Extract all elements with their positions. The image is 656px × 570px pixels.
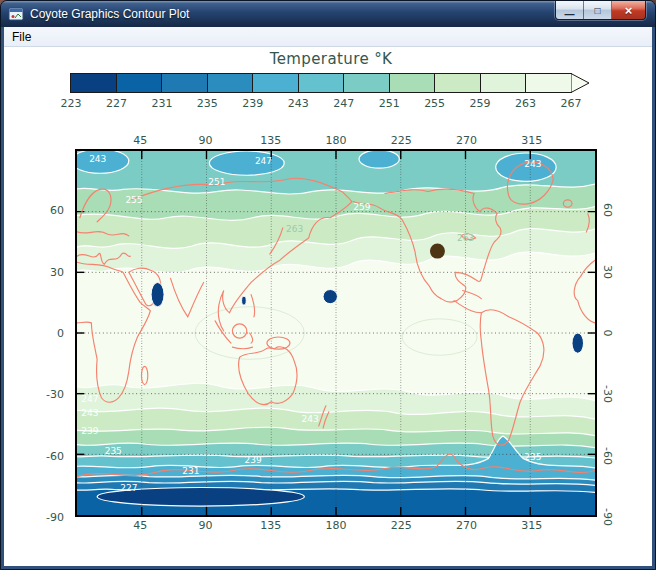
cold-spot <box>323 290 337 304</box>
colorbar-cell <box>253 74 299 92</box>
colorbar-cell <box>117 74 163 92</box>
antarctic-coldest-blob <box>97 487 304 506</box>
arctic-cold-patch <box>209 151 284 175</box>
colorbar-cell <box>71 74 117 92</box>
close-button[interactable]: × <box>612 1 645 19</box>
minimize-button[interactable]: — <box>556 1 584 19</box>
minimize-icon: — <box>565 9 575 20</box>
titlebar[interactable]: Coyote Graphics Contour Plot — □ × <box>1 1 655 27</box>
colorbar-tick-label: 231 <box>151 97 172 110</box>
y-labels-left: 60300-30-60-90 <box>4 149 70 517</box>
y-tick-label-right: -90 <box>601 508 614 526</box>
colorbar-tick-label: 247 <box>333 97 354 110</box>
app-icon <box>8 6 24 22</box>
colorbar-cell <box>344 74 390 92</box>
data-marker-dot <box>430 244 445 259</box>
plot-canvas: Temperature °K 2232272312352392432472512… <box>4 47 652 566</box>
colorbar-tick-label: 223 <box>61 97 82 110</box>
map-frame: 2432472512432552592632632472432432392392… <box>75 149 597 517</box>
colorbar-tick-label: 259 <box>470 97 491 110</box>
y-tick-label-left: 0 <box>57 327 64 340</box>
y-tick-label-left: -60 <box>46 449 64 462</box>
menubar: File <box>4 27 652 47</box>
cold-spot <box>242 296 247 305</box>
colorbar-cell <box>162 74 208 92</box>
colorbar-tick-label: 243 <box>288 97 309 110</box>
colorbar-cell <box>208 74 254 92</box>
y-labels-right: 60300-30-60-90 <box>601 149 619 517</box>
colorbar-ticks: 223227231235239243247251255259263267 <box>70 97 572 110</box>
colorbar-cell <box>435 74 481 92</box>
plot-title: Temperature °K <box>70 50 592 68</box>
x-tick-label: 225 <box>391 134 412 147</box>
colorbar-arrow-icon <box>571 73 591 93</box>
maximize-button[interactable]: □ <box>584 1 612 19</box>
colorbar-cell <box>299 74 345 92</box>
window-controls: — □ × <box>555 1 646 20</box>
colorbar-tick-label: 239 <box>242 97 263 110</box>
x-tick-label: 270 <box>456 519 477 532</box>
arctic-cold-patch <box>359 151 399 168</box>
app-window: Coyote Graphics Contour Plot — □ × File … <box>0 0 656 570</box>
colorbar <box>70 73 592 93</box>
colorbar-arrow-poly <box>571 74 589 93</box>
x-tick-label: 315 <box>521 519 542 532</box>
window-frame: File Temperature °K 22322723123523924324… <box>1 27 655 569</box>
x-labels-top: 4590135180225270315 <box>75 134 597 147</box>
x-tick-label: 315 <box>521 134 542 147</box>
x-labels-bottom: 4590135180225270315 <box>75 519 597 532</box>
y-tick-label-right: -60 <box>601 447 614 465</box>
x-tick-label: 135 <box>260 519 281 532</box>
colorbar-cells <box>70 73 572 93</box>
y-tick-label-left: -30 <box>46 388 64 401</box>
x-tick-label: 180 <box>326 134 347 147</box>
window-title: Coyote Graphics Contour Plot <box>30 7 189 21</box>
colorbar-tick-label: 251 <box>379 97 400 110</box>
colorbar-cell <box>526 74 571 92</box>
close-icon: × <box>625 3 633 18</box>
colorbar-cell <box>390 74 436 92</box>
colorbar-tick-label: 227 <box>106 97 127 110</box>
y-tick-label-right: -30 <box>601 385 614 403</box>
maximize-icon: □ <box>594 5 600 16</box>
colorbar-tick-label: 235 <box>197 97 218 110</box>
y-tick-label-right: 60 <box>601 203 614 217</box>
x-tick-label: 270 <box>456 134 477 147</box>
x-tick-label: 225 <box>391 519 412 532</box>
x-tick-label: 135 <box>260 134 281 147</box>
arctic-cold-patch <box>77 151 129 173</box>
colorbar-tick-label: 263 <box>515 97 536 110</box>
contour-map <box>77 151 595 515</box>
menu-file[interactable]: File <box>4 28 39 46</box>
y-tick-label-left: -90 <box>46 511 64 524</box>
y-tick-label-left: 30 <box>50 265 64 278</box>
colorbar-tick-label: 267 <box>561 97 582 110</box>
cold-spot <box>572 333 584 353</box>
y-tick-label-right: 30 <box>601 265 614 279</box>
colorbar-tick-label: 255 <box>424 97 445 110</box>
x-tick-label: 45 <box>133 134 147 147</box>
y-tick-label-right: 0 <box>601 330 614 337</box>
x-tick-label: 90 <box>199 519 213 532</box>
cold-spot <box>151 282 164 306</box>
x-tick-label: 180 <box>326 519 347 532</box>
y-tick-label-left: 60 <box>50 204 64 217</box>
app-icon-graphic <box>8 6 24 22</box>
colorbar-cell <box>481 74 527 92</box>
x-tick-label: 90 <box>199 134 213 147</box>
x-tick-label: 45 <box>133 519 147 532</box>
